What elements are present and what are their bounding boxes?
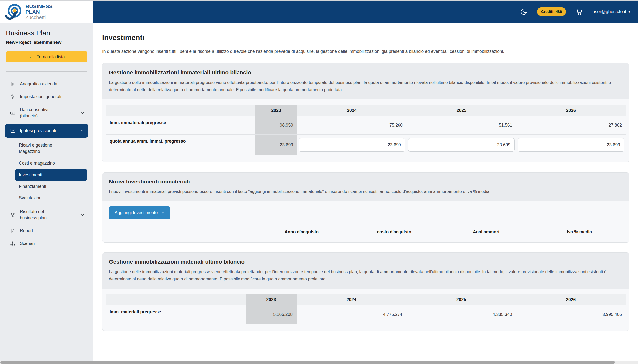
sidebar-item-costi-magazzino[interactable]: Costi e magazzino — [6, 157, 88, 169]
sidebar-item-label: Investimenti — [19, 172, 42, 177]
back-to-list-button[interactable]: ← Torna alla lista — [6, 51, 88, 62]
arrow-left-icon: ← — [29, 54, 34, 59]
sidebar-item-ricavi-gestione-magazzino[interactable]: Ricavi e gestione Magazzino — [6, 140, 88, 157]
page-intro: In questa sezione vengono inseriti tutti… — [102, 48, 629, 55]
app-root: BUSINESS PLAN Zucchetti Business Plan Ne… — [0, 0, 638, 364]
sidebar-item-scenari[interactable]: Scenari — [6, 237, 88, 250]
row-label: Imm. immateriali pregresse — [106, 116, 255, 134]
plus-icon: + — [161, 210, 164, 215]
sidebar-item-investimenti[interactable]: Investimenti — [15, 169, 88, 181]
year-header-2024: 2024 — [297, 105, 407, 116]
year-header-2024: 2024 — [296, 294, 406, 305]
quota-amm-2026-input[interactable] — [518, 138, 624, 152]
card-description: I nuovi investimenti immateriali previst… — [109, 188, 622, 196]
add-investment-button[interactable]: Aggiungi Investimento + — [109, 206, 170, 219]
moon-icon — [520, 8, 528, 16]
chevron-down-icon — [80, 110, 85, 115]
right-column: Crediti: 486 user@ghostcfo.it ▾ Investim… — [94, 1, 638, 364]
topbar: Crediti: 486 user@ghostcfo.it ▾ — [94, 1, 638, 23]
card-title: Gestione immobilizzazioni materiali ulti… — [109, 259, 622, 265]
cart-button[interactable] — [575, 8, 583, 16]
table-header-row: 2023 2024 2025 2026 — [106, 294, 626, 305]
table-row: Imm. immateriali pregresse 98.959 75.260… — [106, 116, 626, 134]
logo-area: BUSINESS PLAN Zucchetti — [0, 1, 94, 23]
quota-amm-2024-input[interactable] — [298, 138, 405, 152]
card-description: La gestione delle immobilizzazioni immat… — [109, 79, 622, 93]
main-content: Investimenti In questa sezione vengono i… — [94, 23, 638, 364]
card-immateriali-ultimo-bilancio: Gestione immobilizzazioni immateriali ul… — [102, 63, 629, 162]
add-investment-label: Aggiungi Investimento — [115, 210, 158, 215]
sidebar-item-svalutazioni[interactable]: Svalutazioni — [6, 192, 88, 204]
table-corner-cell — [106, 226, 255, 238]
card-body: 2023 2024 2025 2026 Imm. immateriali pre… — [102, 99, 629, 162]
value-2026: 27.862 — [516, 116, 626, 134]
sidebar-divider — [6, 72, 88, 72]
user-menu[interactable]: user@ghostcfo.it ▾ — [592, 9, 630, 14]
sidebar-item-impostazioni-generali[interactable]: Impostazioni generali — [6, 90, 88, 103]
sidebar-item-label: Svalutazioni — [19, 196, 42, 200]
column-anni-ammort: Anni ammort. — [441, 226, 533, 238]
year-header-2026: 2026 — [516, 105, 626, 116]
sidebar-item-dati-consuntivi[interactable]: Dati consuntivi (bilancio) — [6, 103, 88, 122]
value-2025: 4.385.340 — [406, 306, 516, 324]
card-description: La gestione delle immobilizzazioni mater… — [109, 268, 622, 282]
year-header-2025: 2025 — [407, 105, 516, 116]
year-header-2026: 2026 — [516, 294, 626, 305]
sidebar-item-label: Scenari — [20, 240, 35, 247]
sidebar-item-ipotesi-previsionali[interactable]: Ipotesi previsionali — [5, 124, 89, 138]
card-title: Nuovi Investimenti immateriali — [109, 178, 622, 185]
horizontal-scrollbar-track — [0, 361, 638, 364]
user-email: user@ghostcfo.it — [592, 9, 626, 14]
gear-icon — [10, 94, 16, 100]
sidebar-item-label: Report — [20, 228, 33, 234]
sidebar-title: Business Plan — [6, 29, 88, 37]
sidebar-item-risultato-business-plan[interactable]: Risultato del business plan — [6, 206, 88, 224]
sidebar-item-label: Ricavi e gestione Magazzino — [19, 142, 69, 155]
sidebar-item-label: Ipotesi previsionali — [20, 128, 56, 134]
card-title: Gestione immobilizzazioni immateriali ul… — [109, 70, 622, 76]
sidebar: BUSINESS PLAN Zucchetti Business Plan Ne… — [0, 1, 94, 364]
sidebar-item-anagrafica-azienda[interactable]: Anagrafica azienda — [6, 78, 88, 90]
sidebar-item-finanziamenti[interactable]: Finanziamenti — [6, 181, 88, 192]
brand-text: BUSINESS PLAN Zucchetti — [26, 3, 53, 20]
column-anno-acquisto: Anno d'acquisto — [255, 226, 348, 238]
chevron-down-icon — [80, 212, 85, 217]
value-2024: 75.260 — [297, 116, 407, 134]
sidebar-menu: Anagrafica azienda Impostazioni generali… — [6, 78, 88, 250]
quota-amm-2025-input[interactable] — [408, 138, 515, 152]
year-header-2023: 2023 — [255, 105, 297, 116]
new-investments-header-row: Anno d'acquisto costo d'acquisto Anni am… — [106, 226, 626, 238]
value-2023: 23.699 — [255, 135, 297, 155]
card-body: 2023 2024 2025 2026 Imm. materiali pregr… — [102, 288, 629, 331]
row-label: quota annua amm. Immat. pregresso — [106, 135, 255, 155]
sitemap-icon — [10, 241, 16, 246]
sidebar-item-label: Anagrafica azienda — [20, 81, 57, 87]
page-title: Investimenti — [102, 34, 629, 42]
card-header: Gestione immobilizzazioni materiali ulti… — [102, 253, 629, 288]
value-2023: 98.959 — [255, 116, 297, 134]
dark-mode-toggle[interactable] — [520, 8, 528, 16]
brand-line1: BUSINESS — [26, 4, 53, 9]
column-iva-media: Iva % media — [533, 226, 626, 238]
chevron-up-icon — [80, 128, 85, 133]
card-body: Aggiungi Investimento + Anno d'acquisto … — [102, 202, 629, 242]
brand-line2: PLAN — [26, 9, 53, 14]
value-2023: 5.165.208 — [246, 306, 296, 324]
brand-subtitle: Zucchetti — [26, 15, 53, 20]
table-corner-cell — [106, 105, 255, 116]
line-chart-icon — [10, 128, 16, 134]
document-icon — [10, 228, 16, 234]
sidebar-item-label: Dati consuntivi (bilancio) — [20, 106, 57, 119]
input-cell — [407, 135, 516, 155]
sidebar-item-label: Costi e magazzino — [19, 160, 55, 166]
table-row: quota annua amm. Immat. pregresso 23.699 — [106, 134, 626, 155]
input-cell — [297, 135, 407, 155]
value-2024: 4.775.274 — [296, 306, 406, 324]
sidebar-body: Business Plan NewProject_abemmenew ← Tor… — [0, 23, 94, 364]
sidebar-item-report[interactable]: Report — [6, 224, 88, 237]
credits-badge[interactable]: Crediti: 486 — [537, 8, 566, 16]
table-header-row: 2023 2024 2025 2026 — [106, 105, 626, 116]
window-top-edge — [0, 0, 638, 1]
horizontal-scrollbar-thumb[interactable] — [1, 361, 615, 364]
business-plan-target-logo-icon — [4, 2, 24, 21]
